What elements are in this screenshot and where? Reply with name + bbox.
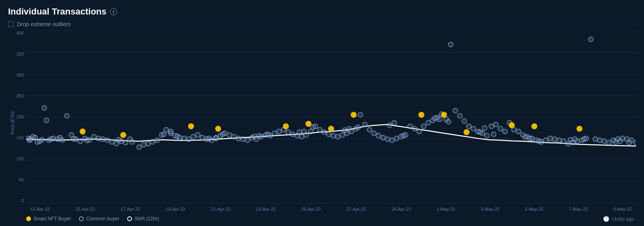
svg-point-125 <box>588 37 593 42</box>
svg-point-166 <box>523 135 528 139</box>
plot-area: 13-Apr-2215-Apr-2217-Apr-2219-Apr-2221-A… <box>26 31 636 215</box>
page-title: Individual Transactions <box>8 6 107 17</box>
svg-point-162 <box>342 128 347 133</box>
svg-point-164 <box>433 116 438 121</box>
svg-point-102 <box>485 133 489 138</box>
svg-point-149 <box>392 120 397 125</box>
svg-point-145 <box>213 135 218 140</box>
svg-point-66 <box>322 130 327 135</box>
svg-point-27 <box>146 141 151 146</box>
legend-label-smart: Smart NFT Buyer <box>33 216 71 222</box>
svg-point-157 <box>116 137 121 142</box>
svg-point-97 <box>462 118 467 123</box>
svg-point-11 <box>60 138 65 143</box>
svg-point-179 <box>491 132 496 137</box>
svg-point-141 <box>49 137 54 141</box>
svg-point-104 <box>493 122 498 127</box>
legend-label-sma: SMA (12hr) <box>134 216 159 222</box>
drop-outliers-checkbox[interactable] <box>8 21 14 27</box>
svg-point-77 <box>372 131 376 136</box>
svg-point-36 <box>186 137 191 141</box>
legend-label-common: Common buyer <box>86 216 119 222</box>
svg-point-171 <box>130 139 135 144</box>
y-axis-title: Price (ETH) <box>10 111 15 134</box>
svg-point-189 <box>328 126 334 131</box>
legend: Smart NFT Buyer Common buyer SMA (12hr) <box>26 216 159 222</box>
x-label: 9-May-22 <box>613 207 632 211</box>
svg-point-115 <box>543 138 548 143</box>
svg-point-103 <box>489 124 494 129</box>
x-label: 23-Apr-22 <box>256 207 276 211</box>
svg-point-89 <box>426 120 431 125</box>
svg-point-193 <box>464 129 469 135</box>
svg-point-69 <box>335 134 340 139</box>
svg-point-79 <box>381 135 386 140</box>
x-label: 17-Apr-22 <box>120 207 140 211</box>
svg-point-76 <box>367 127 372 132</box>
svg-point-94 <box>448 42 453 47</box>
svg-point-78 <box>376 133 381 138</box>
x-label: 1-May-22 <box>437 207 455 211</box>
svg-point-184 <box>120 132 126 138</box>
svg-point-25 <box>137 145 142 149</box>
svg-point-160 <box>252 134 257 139</box>
y-label: 150 <box>8 135 26 140</box>
x-label: 13-Apr-22 <box>30 207 50 211</box>
legend-dot-smart <box>26 216 31 221</box>
svg-point-68 <box>331 133 336 138</box>
svg-point-127 <box>597 138 602 143</box>
svg-point-80 <box>385 137 390 141</box>
svg-point-96 <box>457 113 462 118</box>
svg-point-21 <box>109 139 114 144</box>
svg-point-39 <box>200 135 205 140</box>
svg-point-196 <box>577 126 582 131</box>
svg-point-168 <box>613 139 618 144</box>
svg-point-55 <box>272 131 277 136</box>
legend-item-common: Common buyer <box>79 216 119 222</box>
svg-point-24 <box>123 140 128 145</box>
checkbox-row: Drop extreme outliers <box>8 21 636 27</box>
y-label: 300 <box>8 73 26 77</box>
chart-area: Price (ETH)400350300250200150100500 13-A… <box>8 31 636 215</box>
svg-point-161 <box>297 130 302 135</box>
svg-point-47 <box>236 136 241 141</box>
svg-point-70 <box>340 133 345 137</box>
svg-point-48 <box>241 137 246 141</box>
svg-point-7 <box>44 118 49 123</box>
svg-point-35 <box>182 136 187 141</box>
legend-dot-sma <box>127 216 132 221</box>
x-label: 19-Apr-22 <box>166 207 186 211</box>
svg-point-29 <box>155 138 159 143</box>
svg-point-74 <box>358 112 363 117</box>
main-container: Individual Transactions ℹ Drop extreme o… <box>0 0 644 226</box>
svg-point-88 <box>421 124 426 129</box>
svg-point-147 <box>301 129 306 134</box>
svg-point-154 <box>618 139 623 144</box>
svg-point-58 <box>286 130 291 135</box>
svg-point-56 <box>277 129 281 134</box>
svg-point-116 <box>548 136 553 141</box>
y-label: 100 <box>8 156 26 161</box>
svg-point-190 <box>351 112 357 118</box>
svg-point-17 <box>91 134 96 139</box>
info-icon[interactable]: ℹ <box>110 8 117 15</box>
svg-point-191 <box>419 112 424 118</box>
svg-point-87 <box>417 129 421 134</box>
svg-point-186 <box>215 126 221 131</box>
svg-point-37 <box>191 134 196 139</box>
svg-point-195 <box>531 123 537 129</box>
svg-point-159 <box>206 136 211 141</box>
svg-point-95 <box>453 108 458 113</box>
status-bar: 🕐 <1min ago <box>603 216 636 222</box>
svg-point-99 <box>471 126 476 131</box>
svg-point-65 <box>317 127 322 132</box>
clock-icon: 🕐 <box>603 216 609 222</box>
status-text: <1min ago <box>611 216 634 222</box>
svg-point-81 <box>390 138 394 143</box>
svg-point-119 <box>561 139 566 144</box>
svg-point-46 <box>231 134 236 139</box>
svg-point-169 <box>39 137 44 142</box>
svg-point-67 <box>326 132 331 137</box>
svg-point-26 <box>141 142 146 147</box>
scatter-chart <box>26 31 636 180</box>
